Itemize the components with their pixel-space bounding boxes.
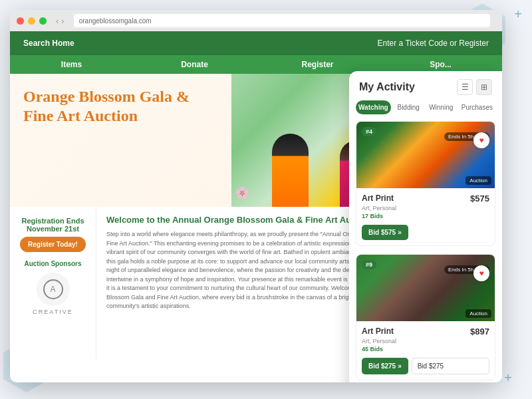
item-actions-2: Bid $275 » (362, 358, 489, 374)
item-category-2: Art, Personal (362, 338, 489, 344)
sponsor-logo: A (37, 273, 70, 306)
reg-ends-label: Registration Ends (20, 217, 86, 225)
item-auction-badge-1: Auction (466, 176, 491, 185)
sponsor-name: CREATIVE (24, 309, 81, 315)
search-home-link[interactable]: Search Home (23, 39, 74, 48)
item-badge-2: #9 (362, 260, 376, 269)
tab-winning[interactable]: Winning (426, 100, 456, 114)
close-dot (17, 17, 24, 25)
register-today-button[interactable]: Register Today! (20, 237, 86, 252)
bid-input-2[interactable] (412, 358, 489, 374)
maximize-dot (39, 17, 47, 25)
item-actions-1: Bid $575 » (362, 225, 489, 240)
top-bar: Search Home Enter a Ticket Code or Regis… (10, 31, 502, 55)
hero-title: Orange Blossom Gala & Fine Art Auction (23, 87, 218, 126)
item-auction-badge-2: Auction (466, 309, 491, 318)
nav-donate[interactable]: Donate (133, 55, 256, 74)
activity-title: My Activity (359, 81, 415, 93)
forward-btn[interactable]: › (61, 16, 64, 26)
url-bar[interactable]: orangeblossomgala.com (74, 14, 490, 27)
back-btn[interactable]: ‹ (56, 16, 59, 26)
item-name-1: Art Print (362, 194, 394, 203)
item-price-2: $897 (470, 327, 489, 336)
activity-header: My Activity ☰ ⊞ (349, 71, 502, 100)
browser-nav[interactable]: ‹ › (56, 16, 65, 26)
activity-panel: My Activity ☰ ⊞ Watching Bidding Winning… (349, 71, 502, 382)
grid-view-toggle[interactable]: ⊞ (476, 79, 492, 95)
deco-plus-top-right: + (514, 7, 522, 22)
registration-box: Registration Ends November 21st Register… (20, 217, 86, 252)
item-title-row-2: Art Print $897 (362, 327, 489, 336)
bid-button-2[interactable]: Bid $275 » (362, 358, 408, 374)
tab-watching[interactable]: Watching (356, 100, 391, 114)
auction-items-list: Ends In 5h 48m ♥ #4 Auction Art Print $5… (349, 121, 502, 382)
register-link[interactable]: Enter a Ticket Code or Register (378, 39, 489, 48)
item-name-2: Art Print (362, 327, 394, 336)
item-bids-2: 45 Bids (362, 346, 489, 352)
item-image-1: Ends In 5h 48m ♥ #4 Auction (356, 122, 495, 188)
sponsors-section: Auction Sponsors A CREATIVE (24, 260, 81, 315)
website-content: Search Home Enter a Ticket Code or Regis… (10, 31, 502, 382)
browser-toolbar: ‹ › orangeblossomgala.com (10, 10, 502, 31)
auction-item-1: Ends In 5h 48m ♥ #4 Auction Art Print $5… (356, 121, 495, 246)
item-heart-1[interactable]: ♥ (473, 132, 489, 148)
deco-plus-bottom-right: + (504, 370, 512, 386)
sponsors-title: Auction Sponsors (24, 260, 81, 267)
item-category-1: Art, Personal (362, 205, 489, 211)
nav-items[interactable]: Items (10, 55, 133, 74)
view-toggle: ☰ ⊞ (457, 79, 492, 95)
item-badge-1: #4 (362, 127, 376, 136)
auction-item-2: Ends In 5h 48m ♥ #9 Auction Art Print $8… (356, 254, 495, 380)
bid-button-1[interactable]: Bid $575 » (362, 225, 408, 240)
sidebar-left: Registration Ends November 21st Register… (10, 207, 96, 360)
hero-text: Orange Blossom Gala & Fine Art Auction (10, 74, 231, 207)
item-bids-1: 17 Bids (362, 213, 489, 219)
flower-decoration: 🌸 (235, 186, 249, 200)
list-view-toggle[interactable]: ☰ (457, 79, 473, 95)
item-title-row-1: Art Print $575 (362, 194, 489, 203)
hero-person-1 (272, 134, 309, 207)
minimize-dot (28, 17, 35, 25)
item-details-1: Art Print $575 Art, Personal 17 Bids Bid… (356, 188, 495, 245)
item-price-1: $575 (470, 194, 489, 203)
activity-tabs: Watching Bidding Winning Purchases (349, 100, 502, 114)
item-image-2: Ends In 5h 48m ♥ #9 Auction (356, 255, 495, 321)
tab-purchases[interactable]: Purchases (459, 100, 495, 114)
tab-bidding[interactable]: Bidding (394, 100, 424, 114)
browser-window: ‹ › orangeblossomgala.com Search Home En… (10, 10, 502, 382)
reg-date: November 21st (20, 225, 86, 233)
item-heart-2[interactable]: ♥ (473, 265, 489, 281)
item-details-2: Art Print $897 Art, Personal 45 Bids Bid… (356, 321, 495, 380)
sponsor-logo-inner: A (43, 279, 63, 299)
